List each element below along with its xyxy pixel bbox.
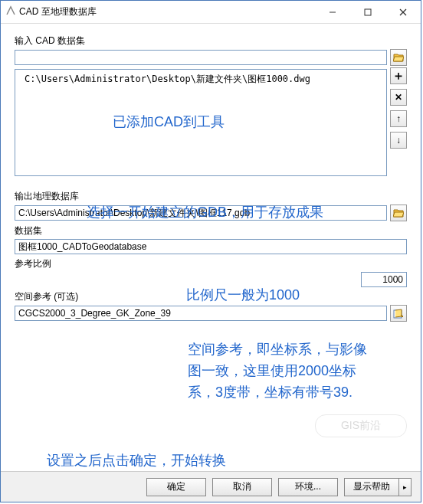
chevron-right-icon: ▸ xyxy=(403,483,407,491)
help-button-group: 显示帮助 ▸ xyxy=(344,478,412,496)
footer: 确定 取消 环境... 显示帮助 ▸ xyxy=(1,471,421,502)
move-up-button[interactable]: ↑ xyxy=(390,110,407,127)
move-down-button[interactable]: ↓ xyxy=(390,132,407,149)
dataset-label: 数据集 xyxy=(15,224,407,237)
titlebar: CAD 至地理数据库 xyxy=(1,1,421,24)
browse-input-button[interactable] xyxy=(390,49,407,66)
output-gdb-label: 输出地理数据库 xyxy=(15,190,407,203)
scale-field[interactable] xyxy=(361,272,407,287)
environments-button[interactable]: 环境... xyxy=(278,478,338,496)
help-dropdown[interactable]: ▸ xyxy=(399,478,412,496)
minimize-button[interactable] xyxy=(315,2,350,23)
annotation-spatial: 空间参考，即坐标系，与影像图一致，这里使用2000坐标系，3度带，坐标有带号39… xyxy=(188,339,372,404)
spatial-ref-field[interactable] xyxy=(15,306,387,321)
spatial-ref-label: 空间参考 (可选) xyxy=(15,290,407,303)
output-gdb-field[interactable] xyxy=(15,205,387,221)
watermark: GIS前沿 xyxy=(315,414,407,437)
help-button[interactable]: 显示帮助 xyxy=(344,478,399,496)
add-item-button[interactable]: ＋ xyxy=(390,67,407,84)
app-icon xyxy=(5,5,16,18)
list-item[interactable]: C:\Users\Administrator\Desktop\新建文件夹\图框1… xyxy=(17,71,385,87)
annotation-final: 设置之后点击确定，开始转换 xyxy=(47,451,226,470)
close-button[interactable] xyxy=(385,2,421,23)
dataset-field[interactable] xyxy=(15,239,407,254)
browse-output-button[interactable] xyxy=(390,205,407,221)
svg-rect-1 xyxy=(365,9,371,15)
input-cad-label: 输入 CAD 数据集 xyxy=(15,34,407,47)
maximize-button[interactable] xyxy=(350,2,385,23)
input-cad-field[interactable] xyxy=(15,50,387,65)
cancel-button[interactable]: 取消 xyxy=(212,478,272,496)
content-area: 输入 CAD 数据集 C:\Users\Administrator\Deskto… xyxy=(1,24,421,471)
spatial-ref-button[interactable] xyxy=(390,305,407,322)
window-title: CAD 至地理数据库 xyxy=(19,5,315,18)
cad-file-list[interactable]: C:\Users\Administrator\Desktop\新建文件夹\图框1… xyxy=(15,69,387,176)
scale-label: 参考比例 xyxy=(15,257,407,270)
ok-button[interactable]: 确定 xyxy=(146,478,206,496)
remove-item-button[interactable]: ✕ xyxy=(390,89,407,106)
dialog-window: CAD 至地理数据库 输入 CAD 数据集 C:\Users\Administr… xyxy=(0,0,421,502)
